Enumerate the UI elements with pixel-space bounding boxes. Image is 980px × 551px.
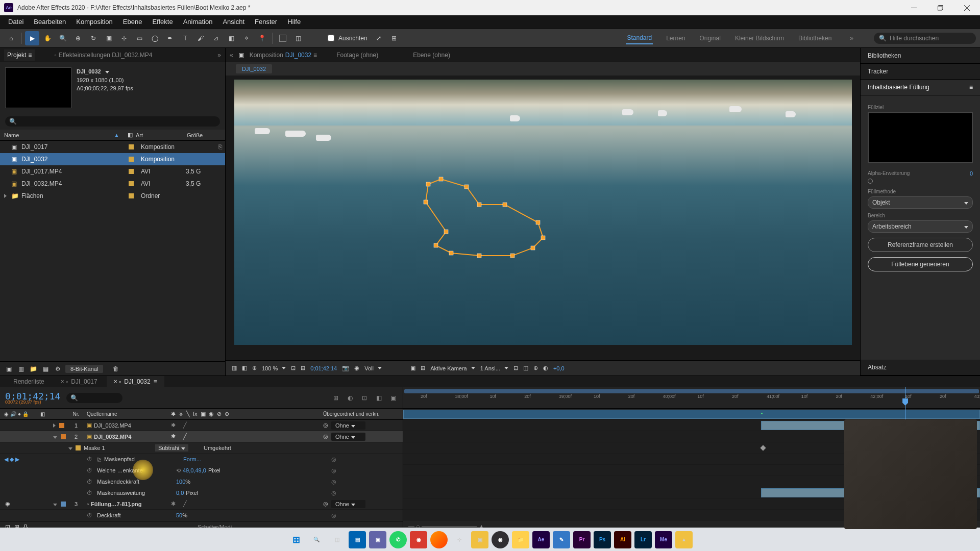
stamp-tool-icon[interactable]: ⊿ [209,31,223,45]
maximize-button[interactable] [931,2,949,14]
proj-footer-icon[interactable]: ▥ [16,364,26,373]
taskbar-me-icon[interactable]: Me [655,531,672,548]
menu-animation[interactable]: Animation [178,16,218,28]
timeline-layer[interactable]: ◉ 3 ▫Füllung…7-81].png ✱ ╱ ◎ Ohne [0,498,403,510]
mask-mode-select[interactable]: Subtrahi [155,444,188,452]
panel-overflow-icon[interactable]: » [217,52,221,59]
timeline-search-input[interactable]: 🔍 [66,393,122,403]
tl-tool-icon[interactable]: ◧ [374,393,383,403]
vc-icon[interactable]: ◐ [543,365,548,371]
taskbar-obs-icon[interactable]: ◉ [492,531,509,548]
menu-bearbeiten[interactable]: Bearbeiten [29,16,71,28]
vc-icon[interactable]: ◧ [242,365,247,371]
audio-header-icon[interactable]: 🔊 [10,411,16,417]
keyframe-icon[interactable] [760,445,766,450]
brush-tool-icon[interactable]: 🖌 [193,31,208,45]
create-reference-frame-button[interactable]: Referenzframe erstellen [868,238,973,252]
workspace-overflow-icon[interactable]: » [850,35,853,42]
effect-settings-tab[interactable]: ▫ Effekteinstellungen DJI_0032.MP4 [51,49,155,61]
solo-header-icon[interactable]: ● [18,411,21,417]
tl-tool-icon[interactable]: ◐ [346,393,355,403]
pickwhip-icon[interactable]: ◎ [323,500,328,507]
project-item[interactable]: 📁 Flächen Ordner [0,190,225,202]
vc-icon[interactable]: ◫ [523,365,528,371]
stopwatch-icon[interactable]: ⏱ [87,512,94,518]
generate-fill-layer-button[interactable]: Füllebene generieren [868,257,973,271]
chevron-down-icon[interactable] [103,67,109,76]
close-button[interactable] [958,2,976,14]
taskbar-app-icon[interactable]: ▣ [369,531,386,548]
rect-tool-icon[interactable]: ▭ [132,31,146,45]
help-search-input[interactable]: 🔍 Hilfe durchsuchen [874,33,976,44]
views-select[interactable]: 1 Ansi... [480,365,508,371]
taskbar-pr-icon[interactable]: Pr [573,531,591,548]
proj-footer-icon[interactable]: ▣ [4,364,13,373]
workspace-kleiner[interactable]: Kleiner Bildschirm [734,33,785,44]
taskbar-app-icon[interactable]: ▣ [471,531,488,548]
menu-hilfe[interactable]: Hilfe [282,16,306,28]
expand-icon[interactable] [53,422,56,429]
expand-icon[interactable] [4,192,11,199]
workspace-lernen[interactable]: Lernen [665,33,686,44]
tl-tool-icon[interactable]: ⊞ [331,393,340,403]
panel-absatz[interactable]: Absatz [861,360,980,375]
workspace-bibliotheken[interactable]: Bibliotheken [797,33,832,44]
layer-tab[interactable]: Ebene (ohne) [413,52,450,59]
work-area-bar[interactable] [404,389,979,393]
taskbar-lr-icon[interactable]: Lr [634,531,652,548]
alpha-knob-icon[interactable] [868,179,873,184]
rotate-tool-icon[interactable]: ↻ [86,31,101,45]
fill-method-select[interactable]: Objekt [868,196,973,209]
breadcrumb-item[interactable]: DJI_0032 [236,64,272,73]
menu-effekte[interactable]: Effekte [147,16,178,28]
timeline-tab-renderlist[interactable]: Renderliste [6,376,52,387]
trash-icon[interactable]: 🗑 [111,364,120,373]
taskbar-explorer-icon[interactable]: 📁 [512,531,529,548]
selection-tool-icon[interactable]: ▶ [25,31,39,45]
taskbar-app-icon[interactable]: ◉ [410,531,427,548]
col-parent-header[interactable]: Übergeordnet und verkn. [319,411,403,417]
mask-prop-path[interactable]: ◀ ◆ ▶ ⏱ ⊵ Maskenpfad Form... ◎ [0,454,403,465]
vc-icon[interactable]: ⊕ [252,365,257,371]
taskbar-app-icon[interactable]: ✎ [553,531,570,548]
stopwatch-icon[interactable]: ⏱ [87,467,94,473]
project-item[interactable]: ▣ DJI_0017 Komposition ⎘ [0,141,225,153]
col-name-header[interactable]: Name [4,132,19,138]
stopwatch-icon[interactable]: ⏱ [87,456,94,462]
viewer-timecode[interactable]: 0;01;42;14 [310,365,337,371]
col-type-header[interactable]: Art [132,132,183,138]
proj-footer-icon[interactable]: ⚙ [53,364,62,373]
timeline-tab[interactable]: × ▫ DJI_0032 ≡ [107,376,164,387]
taskbar-app-icon[interactable]: ⊹ [451,531,468,548]
pickwhip-icon[interactable]: ◎ [323,422,328,429]
mask-prop-expansion[interactable]: ⏱ Maskenausweitung 0,0 Pixel ◎ [0,487,403,498]
tl-tool-icon[interactable]: ▣ [388,393,398,403]
col-source-header[interactable]: Quellenname [84,411,168,417]
timeline-ruler[interactable]: 20f 38;00f 10f 20f 39;00f 10f 20f 40;00f… [403,387,980,409]
taskbar-ai-icon[interactable]: Ai [614,531,631,548]
mask-prop-opacity[interactable]: ⏱ Maskendeckkraft 100% ◎ [0,476,403,487]
eye-header-icon[interactable]: ◉ [4,411,9,417]
timeline-tracks-area[interactable]: 20f 38;00f 10f 20f 39;00f 10f 20f 40;00f… [403,387,980,532]
taskbar-firefox-icon[interactable] [430,531,448,548]
project-search-input[interactable]: 🔍 [5,116,220,127]
orbit-tool-icon[interactable]: ⊕ [71,31,85,45]
vc-icon[interactable]: ⊡ [513,365,518,371]
stopwatch-icon[interactable]: ⏱ [87,479,94,485]
hand-tool-icon[interactable]: ✋ [40,31,55,45]
start-button[interactable]: ⊞ [287,531,305,548]
pickwhip-icon[interactable]: ◎ [331,479,336,485]
vc-icon[interactable]: ▥ [232,365,237,371]
zoom-tool-icon[interactable]: 🔍 [56,31,70,45]
vc-icon[interactable]: ▣ [410,365,415,371]
taskbar-app-icon[interactable]: ▤ [349,531,366,548]
parent-select[interactable]: Ohne [331,433,365,441]
camera-tool-icon[interactable]: ▣ [102,31,116,45]
parent-select[interactable]: Ohne [331,500,365,508]
taskbar-whatsapp-icon[interactable]: ✆ [389,531,407,548]
pickwhip-icon[interactable]: ◎ [331,512,336,519]
mask-invert-label[interactable]: Umgekehrt [204,445,231,451]
parent-select[interactable]: Ohne [331,421,365,430]
collapse-icon[interactable] [68,445,72,451]
workspace-standard[interactable]: Standard [626,32,653,44]
